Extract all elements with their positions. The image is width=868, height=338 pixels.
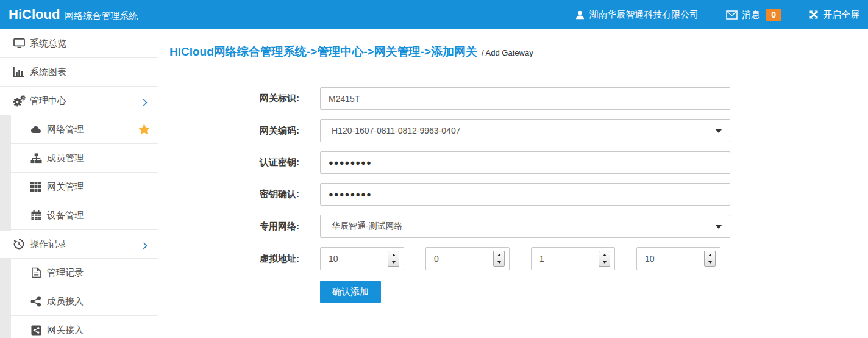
document-icon [29, 267, 43, 278]
sidebar-item-management-records[interactable]: 管理记录 [0, 259, 158, 287]
virtual-address-octet-1-input[interactable] [321, 248, 382, 270]
calendar-icon [29, 210, 43, 221]
virtual-address-label: 虚拟地址: [260, 253, 320, 265]
sidebar-item-label: 操作记录 [30, 239, 66, 250]
private-network-label: 专用网络: [260, 221, 320, 232]
mail-icon [726, 10, 738, 20]
spinner-up-button[interactable] [388, 251, 399, 259]
sidebar-item-device-management[interactable]: 设备管理 [0, 201, 158, 230]
confirm-add-button[interactable]: 确认添加 [320, 281, 381, 303]
header-actions: 湖南华辰智通科技有限公司 消息 0 开启全屏 [575, 9, 859, 21]
sidebar-nav: 系统总览 系统图表 管理中心 网络管理 成员管理 [0, 29, 158, 338]
virtual-address-octet-3-field [531, 247, 615, 270]
breadcrumb-subtitle: / Add Gateway [482, 46, 533, 57]
spinner-up-button[interactable] [494, 251, 504, 259]
chevron-right-icon [143, 98, 148, 108]
messages-label: 消息 [742, 9, 760, 21]
form-row-auth-key: 认证密钥: [260, 151, 868, 174]
caret-down-icon [716, 129, 722, 133]
form-row-gateway-code: 网关编码: H120-1607-0811-0812-9963-0407 [260, 119, 868, 142]
virtual-address-octet-1-field [320, 247, 404, 270]
spinner-down-button[interactable] [599, 259, 610, 267]
form-actions: 确认添加 [320, 281, 868, 303]
share-icon [29, 296, 43, 307]
sidebar-item-label: 设备管理 [47, 210, 84, 221]
history-icon [12, 239, 26, 250]
top-header: HiCloud 网络综合管理系统 湖南华辰智通科技有限公司 消息 0 开启全屏 [0, 0, 868, 29]
gateway-code-selected-value: H120-1607-0811-0812-9963-0407 [332, 126, 460, 135]
sidebar-item-member-management[interactable]: 成员管理 [0, 144, 158, 173]
main-content: HiCloud网络综合管理系统->管理中心->网关管理->添加网关 / Add … [159, 29, 868, 338]
breadcrumb-path: HiCloud网络综合管理系统->管理中心->网关管理->添加网关 [169, 44, 477, 60]
grid-icon [29, 182, 43, 192]
private-network-selected-value: 华辰智通-测试网络 [332, 221, 403, 232]
sidebar-item-label: 系统图表 [30, 67, 66, 78]
sidebar-item-label: 网络管理 [47, 124, 84, 135]
cloud-icon [29, 126, 43, 134]
virtual-address-octet-2-input[interactable] [426, 248, 487, 270]
fullscreen-label: 开启全屏 [823, 9, 859, 21]
user-icon [575, 10, 585, 20]
fullscreen-icon [809, 10, 819, 20]
spinner-up-button[interactable] [599, 251, 610, 259]
caret-down-icon [716, 225, 722, 229]
chevron-right-icon [143, 241, 148, 251]
company-name: 湖南华辰智通科技有限公司 [589, 9, 699, 21]
app-logo: HiCloud 网络综合管理系统 [9, 7, 138, 23]
share-square-icon [29, 325, 43, 336]
sidebar-item-network-management[interactable]: 网络管理 [0, 115, 158, 144]
sidebar-item-gateway-access[interactable]: 网关接入 [0, 316, 158, 338]
sidebar-item-label: 系统总览 [30, 38, 66, 49]
spinner-up-button[interactable] [705, 251, 715, 259]
sitemap-icon [29, 153, 43, 164]
bar-chart-icon [12, 67, 26, 77]
virtual-address-octet-2-field [425, 247, 510, 270]
private-network-select[interactable]: 华辰智通-测试网络 [320, 215, 730, 238]
fullscreen-toggle[interactable]: 开启全屏 [809, 9, 859, 21]
spinner-down-button[interactable] [388, 259, 399, 267]
favorite-star-icon[interactable] [138, 124, 150, 137]
form-row-virtual-address: 虚拟地址: [260, 247, 868, 270]
gateway-id-input[interactable] [320, 87, 730, 110]
form-row-private-network: 专用网络: 华辰智通-测试网络 [260, 215, 868, 238]
account-menu[interactable]: 湖南华辰智通科技有限公司 [575, 9, 699, 21]
sidebar-item-label: 网关管理 [47, 181, 84, 193]
virtual-address-octet-3-input[interactable] [532, 248, 592, 270]
product-name: 网络综合管理系统 [65, 10, 138, 22]
key-confirm-label: 密钥确认: [260, 189, 320, 200]
sidebar-item-management-center[interactable]: 管理中心 [0, 87, 158, 115]
sidebar-item-system-charts[interactable]: 系统图表 [0, 58, 158, 87]
sidebar-item-gateway-management[interactable]: 网关管理 [0, 173, 158, 201]
brand-name: HiCloud [9, 7, 60, 23]
number-spinner [599, 251, 610, 267]
form-row-key-confirm: 密钥确认: [260, 183, 868, 206]
spinner-down-button[interactable] [705, 259, 715, 267]
form-row-gateway-id: 网关标识: [260, 87, 868, 110]
breadcrumb: HiCloud网络综合管理系统->管理中心->网关管理->添加网关 / Add … [159, 29, 868, 74]
sidebar-item-operation-records[interactable]: 操作记录 [0, 230, 158, 259]
virtual-address-octet-4-input[interactable] [637, 248, 698, 270]
auth-key-label: 认证密钥: [260, 157, 320, 168]
gears-icon [12, 95, 26, 107]
sidebar-item-label: 管理中心 [30, 95, 66, 107]
sidebar-item-label: 成员管理 [47, 153, 84, 164]
auth-key-input[interactable] [320, 151, 730, 174]
sidebar-item-label: 成员接入 [47, 296, 84, 307]
sidebar-item-member-access[interactable]: 成员接入 [0, 287, 158, 316]
sidebar-item-label: 网关接入 [47, 325, 84, 336]
virtual-address-octet-4-field [636, 247, 720, 270]
spinner-down-button[interactable] [494, 259, 504, 267]
number-spinner [493, 251, 505, 267]
gateway-code-label: 网关编码: [260, 125, 320, 137]
number-spinner [704, 251, 716, 267]
key-confirm-input[interactable] [320, 183, 730, 206]
add-gateway-form: 网关标识: 网关编码: H120-1607-0811-0812-9963-040… [159, 74, 868, 303]
gateway-id-label: 网关标识: [260, 93, 320, 104]
gateway-code-select[interactable]: H120-1607-0811-0812-9963-0407 [320, 119, 730, 142]
desktop-icon [12, 38, 26, 49]
messages-count-badge: 0 [766, 9, 781, 21]
messages-menu[interactable]: 消息 0 [726, 9, 781, 21]
sidebar-item-system-overview[interactable]: 系统总览 [0, 29, 158, 58]
sidebar-item-label: 管理记录 [47, 267, 84, 279]
number-spinner [388, 251, 399, 267]
